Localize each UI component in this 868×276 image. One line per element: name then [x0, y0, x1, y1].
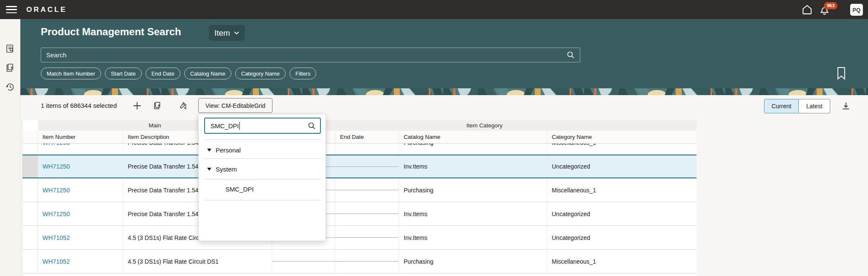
table-row[interactable]: WH71250 Precise Data Transfer 1.544 Purc… [22, 144, 697, 155]
oracle-logo[interactable]: ORACLE [26, 0, 67, 19]
table-row[interactable]: WH71250 Precise Data Transfer 1.544 Inv.… [22, 155, 697, 178]
history-icon[interactable] [5, 82, 15, 92]
main-search-input[interactable]: Search [41, 48, 580, 62]
page-header: Product Management Search Item Search Ma… [20, 19, 868, 88]
scope-label: Item [214, 28, 230, 38]
user-avatar[interactable]: PQ [850, 4, 863, 16]
item-number-link[interactable]: WH71052 [42, 258, 70, 265]
table-row[interactable]: WH71052 4.5 (3 DS1s) Flat Rate Circuit D… [22, 250, 697, 273]
column-header-category-name[interactable]: Category Name [547, 131, 697, 143]
row-gutter[interactable] [22, 202, 38, 225]
item-number-link[interactable]: WH71250 [42, 211, 70, 217]
search-icon[interactable] [567, 51, 575, 59]
left-rail [0, 19, 20, 276]
end-date-cell [335, 178, 399, 202]
empty-value-line [335, 166, 399, 167]
table-row[interactable]: WH71250 Precise Data Transfer 1.544 Inv.… [22, 202, 697, 226]
empty-value-line [335, 214, 399, 214]
row-gutter[interactable] [22, 178, 38, 202]
table-row[interactable]: WH71052 4.5 (3 DS1s) Flat Rate Circuit D… [22, 226, 697, 250]
group-header-item-category: Item Category [272, 120, 697, 131]
add-item-icon[interactable] [132, 101, 142, 110]
mass-update-wand-icon[interactable] [178, 101, 188, 110]
current-toggle-button[interactable]: Current [764, 99, 799, 113]
filter-chip-filters[interactable]: Filters [289, 68, 316, 79]
results-grid: Main Item Category Item Number Item Desc… [22, 120, 696, 276]
catalog-name-cell: Inv.Items [399, 155, 547, 177]
row-gutter[interactable] [22, 155, 38, 177]
row-gutter[interactable] [22, 226, 38, 249]
saved-search-dropdown: SMC_DPI Personal System SMC_DPI [198, 114, 326, 241]
view-selector-label: View: CM-EditableGrid [205, 102, 265, 109]
column-group-header-row: Main Item Category [22, 120, 697, 131]
item-number-link[interactable]: WH71250 [42, 163, 70, 170]
home-icon[interactable] [801, 4, 813, 15]
decorative-banner [20, 88, 868, 95]
catalog-name-cell: Purchasing [399, 144, 547, 155]
end-date-cell [335, 226, 399, 249]
item-number-link[interactable]: WH71250 [42, 187, 70, 194]
row-gutter[interactable] [22, 250, 38, 273]
category-name-cell: Uncategorized [547, 202, 697, 225]
version-toggle: Current Latest [764, 99, 830, 113]
hamburger-menu-icon[interactable] [6, 6, 17, 13]
row-gutter[interactable] [22, 144, 38, 155]
category-name-cell: Miscellaneous_1 [547, 250, 697, 273]
empty-value-line [335, 237, 399, 238]
section-system[interactable]: System [207, 166, 237, 173]
latest-toggle-button[interactable]: Latest [799, 99, 830, 113]
end-date-cell [335, 144, 399, 155]
search-placeholder: Search [46, 51, 567, 59]
download-icon[interactable] [841, 101, 851, 111]
catalog-name-cell: Inv.Items [399, 226, 547, 249]
copy-item-icon[interactable] [153, 101, 162, 110]
filter-chip-category-name[interactable]: Category Name [235, 68, 286, 79]
top-bar: ORACLE 963 PQ [0, 0, 868, 19]
product-management-search-page: ORACLE 963 PQ Product Management Search … [0, 0, 868, 276]
item-number-link[interactable]: WH71052 [42, 234, 70, 241]
bookmark-icon[interactable] [836, 67, 846, 80]
filter-chip-match-item-number[interactable]: Match Item Number [41, 68, 101, 79]
column-header-row: Item Number Item Description End Date Ca… [22, 131, 697, 144]
item-number-link[interactable]: WH71250 [42, 144, 70, 146]
text-cursor [239, 122, 240, 130]
grid-rows-viewport: WH71250 Precise Data Transfer 1.544 Purc… [22, 144, 697, 276]
catalog-name-cell: Inv.Items [399, 202, 547, 225]
filter-chip-end-date[interactable]: End Date [146, 68, 180, 79]
section-personal[interactable]: Personal [207, 146, 241, 154]
filter-chip-row: Match Item Number Start Date End Date Ca… [41, 68, 316, 79]
selection-summary: 1 items of 686344 selected [41, 102, 117, 109]
chevron-down-icon [234, 31, 239, 35]
table-row-partial [22, 273, 697, 276]
end-date-cell [335, 250, 399, 273]
clipboard-export-icon[interactable] [5, 63, 15, 73]
saved-search-input[interactable]: SMC_DPI [204, 118, 321, 134]
end-date-cell [335, 155, 399, 177]
triangle-down-icon [207, 149, 211, 152]
saved-search-item-smc-dpi[interactable]: SMC_DPI [225, 186, 254, 193]
catalog-name-cell: Purchasing [399, 178, 547, 202]
scope-selector[interactable]: Item [209, 25, 245, 41]
section-label: Personal [216, 146, 241, 154]
notification-count-badge: 963 [824, 2, 837, 9]
category-name-cell: Miscellaneous_1 [547, 144, 697, 155]
search-icon[interactable] [308, 122, 316, 130]
category-name-cell: Uncategorized [547, 155, 697, 177]
empty-value-line [272, 261, 335, 262]
page-title: Product Management Search [41, 26, 181, 38]
filter-chip-start-date[interactable]: Start Date [105, 68, 142, 79]
category-name-cell: Miscellaneous_1 [547, 178, 697, 202]
section-label: System [216, 166, 237, 173]
table-row[interactable]: WH71250 Precise Data Transfer 1.544 Purc… [22, 178, 697, 202]
empty-value-line [335, 190, 399, 190]
view-selector-button[interactable]: View: CM-EditableGrid [198, 98, 272, 113]
filter-chip-catalog-name[interactable]: Catalog Name [184, 68, 231, 79]
column-header-catalog-name[interactable]: Catalog Name [399, 131, 547, 143]
column-header-end-date[interactable]: End Date [335, 131, 399, 143]
category-name-cell: Uncategorized [547, 226, 697, 249]
catalog-name-cell: Purchasing [399, 250, 547, 273]
triangle-down-icon [207, 168, 211, 171]
saved-search-value: SMC_DPI [211, 122, 239, 130]
search-results-icon[interactable] [5, 44, 15, 54]
column-header-item-number[interactable]: Item Number [38, 131, 123, 143]
